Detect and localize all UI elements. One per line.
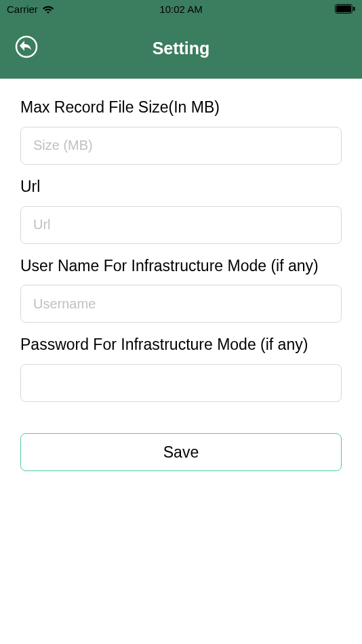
back-icon <box>15 35 38 61</box>
carrier-label: Carrier <box>7 3 38 15</box>
status-time: 10:02 AM <box>159 3 202 15</box>
username-field: User Name For Infrastructure Mode (if an… <box>20 256 342 323</box>
nav-header: Setting <box>0 18 362 79</box>
settings-form: Max Record File Size(In MB) Url User Nam… <box>0 79 362 471</box>
url-field: Url <box>20 177 342 244</box>
url-input[interactable] <box>20 206 342 244</box>
back-button[interactable] <box>14 35 39 61</box>
save-button[interactable]: Save <box>20 433 342 471</box>
status-right <box>335 4 355 14</box>
max-size-input[interactable] <box>20 127 342 165</box>
password-field: Password For Infrastructure Mode (if any… <box>20 335 342 402</box>
username-input[interactable] <box>20 285 342 323</box>
status-bar: Carrier 10:02 AM <box>0 0 362 18</box>
max-size-label: Max Record File Size(In MB) <box>20 98 342 117</box>
username-label: User Name For Infrastructure Mode (if an… <box>20 256 342 276</box>
password-input[interactable] <box>20 364 342 402</box>
svg-rect-1 <box>336 5 351 12</box>
max-size-field: Max Record File Size(In MB) <box>20 98 342 165</box>
svg-rect-2 <box>353 7 355 11</box>
url-label: Url <box>20 177 342 197</box>
battery-icon <box>335 4 355 14</box>
page-title: Setting <box>153 39 210 58</box>
status-left: Carrier <box>7 3 54 15</box>
save-button-label: Save <box>163 443 199 462</box>
wifi-icon <box>42 5 54 14</box>
password-label: Password For Infrastructure Mode (if any… <box>20 335 342 355</box>
